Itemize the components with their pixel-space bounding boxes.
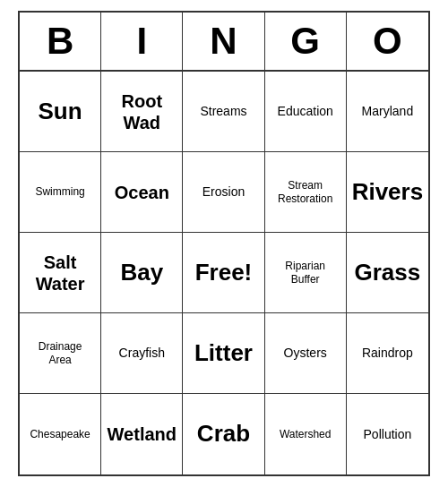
cell-text-14: Grass [355, 259, 421, 286]
bingo-cell-19: Raindrop [347, 313, 428, 394]
cell-text-12: Free! [195, 259, 253, 286]
bingo-card: BINGO SunRoot WadStreamsEducationMarylan… [18, 11, 430, 476]
cell-text-17: Litter [194, 339, 253, 367]
bingo-cell-8: Stream Restoration [265, 152, 347, 233]
bingo-cell-3: Education [265, 72, 347, 152]
bingo-cell-5: Swimming [20, 152, 101, 233]
header-letter-G: G [265, 13, 347, 70]
bingo-cell-16: Crayfish [101, 313, 183, 394]
bingo-header: BINGO [20, 13, 428, 72]
cell-text-13: Riparian Buffer [285, 260, 325, 286]
bingo-cell-7: Erosion [183, 152, 264, 233]
bingo-cell-14: Grass [347, 233, 428, 313]
cell-text-7: Erosion [202, 184, 245, 200]
bingo-cell-6: Ocean [101, 152, 183, 233]
bingo-cell-2: Streams [183, 72, 264, 152]
cell-text-18: Oysters [284, 346, 327, 361]
bingo-cell-13: Riparian Buffer [265, 233, 347, 313]
cell-text-3: Education [278, 104, 333, 119]
cell-text-2: Streams [200, 104, 246, 119]
cell-text-5: Swimming [35, 185, 84, 198]
cell-text-21: Wetland [108, 423, 177, 445]
cell-text-8: Stream Restoration [278, 179, 332, 205]
cell-text-0: Sun [39, 98, 82, 125]
bingo-cell-23: Watershed [265, 394, 347, 474]
cell-text-1: Root Wad [122, 90, 163, 133]
bingo-cell-17: Litter [183, 313, 264, 394]
bingo-cell-21: Wetland [101, 394, 183, 474]
cell-text-4: Maryland [362, 104, 414, 119]
bingo-cell-15: Drainage Area [20, 313, 101, 394]
bingo-cell-22: Crab [183, 394, 264, 474]
cell-text-16: Crayfish [119, 346, 165, 361]
bingo-cell-4: Maryland [347, 72, 428, 152]
bingo-cell-12: Free! [183, 233, 264, 313]
bingo-cell-9: Rivers [347, 152, 428, 233]
bingo-cell-11: Bay [101, 233, 183, 313]
header-letter-N: N [183, 13, 264, 70]
bingo-cell-20: Chesapeake [20, 394, 101, 474]
cell-text-20: Chesapeake [30, 428, 90, 440]
cell-text-9: Rivers [352, 178, 424, 206]
bingo-cell-0: Sun [20, 72, 101, 152]
cell-text-22: Crab [197, 420, 250, 448]
cell-text-10: Salt Water [36, 252, 85, 295]
bingo-grid: SunRoot WadStreamsEducationMarylandSwimm… [20, 72, 428, 474]
header-letter-I: I [101, 13, 183, 70]
cell-text-19: Raindrop [362, 346, 413, 361]
bingo-cell-24: Pollution [347, 394, 428, 474]
cell-text-6: Ocean [115, 182, 169, 203]
bingo-cell-1: Root Wad [101, 72, 183, 152]
cell-text-15: Drainage Area [39, 340, 82, 366]
cell-text-23: Watershed [280, 428, 332, 440]
header-letter-O: O [347, 13, 428, 70]
cell-text-11: Bay [120, 259, 163, 286]
header-letter-B: B [20, 13, 101, 70]
bingo-cell-10: Salt Water [20, 233, 101, 313]
cell-text-24: Pollution [364, 427, 412, 442]
bingo-cell-18: Oysters [265, 313, 347, 394]
